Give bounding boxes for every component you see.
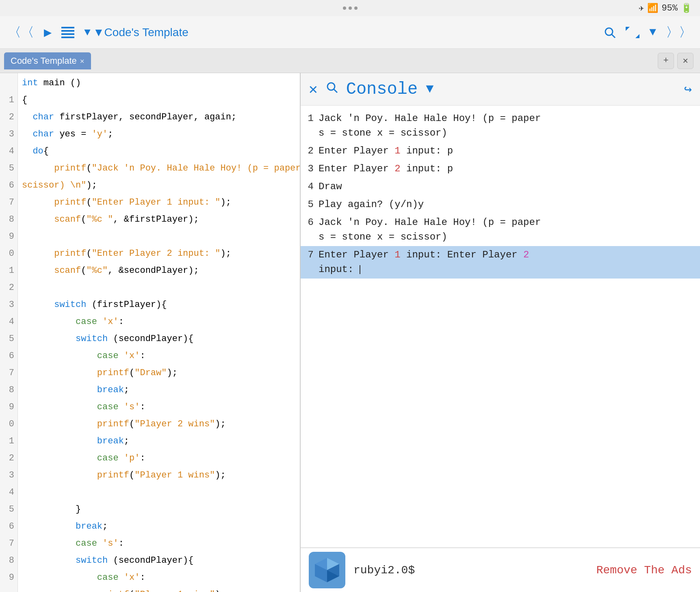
play-button[interactable]: ▶ (44, 24, 52, 41)
line-num: 9 (0, 399, 14, 416)
line-numbers: 1 2 3 4 5 6 7 8 9 0 1 2 3 4 5 6 7 8 9 0 (0, 73, 18, 592)
template-dropdown-icon: ▼ (84, 26, 91, 39)
tab-codes-template[interactable]: Code's Template ✕ (4, 52, 91, 69)
line-num: 5 (0, 160, 14, 177)
console-row-5: 5 Play again? (y/n)y (301, 196, 700, 214)
code-panel: 1 2 3 4 5 6 7 8 9 0 1 2 3 4 5 6 7 8 9 0 (0, 73, 301, 592)
tab-close-button[interactable]: ✕ (80, 56, 85, 65)
line-num: 2 (0, 279, 14, 296)
line-num: 8 (0, 211, 14, 228)
console-row-text-1: Jack 'n Poy. Hale Hale Hoy! (p = papers … (319, 111, 700, 140)
wifi-icon: 📶 (647, 3, 658, 14)
console-toolbar: ✕ Console ▼ ↪ (301, 73, 700, 106)
dot-3 (354, 6, 358, 10)
back-button[interactable]: 〈〈 (8, 24, 34, 41)
console-row-6: 6 Jack 'n Poy. Hale Hale Hoy! (p = paper… (301, 214, 700, 246)
ruby-version-text: rubyi2.0$ (353, 564, 415, 577)
line-num: 6 (0, 518, 14, 535)
line-num: 2 (0, 109, 14, 126)
console-row-text-7: Enter Player 1 input: Enter Player 2inpu… (319, 248, 700, 277)
console-panel: ✕ Console ▼ ↪ 1 Jack 'n Poy. Hale Hale H… (301, 73, 700, 592)
line-num: 4 (0, 143, 14, 160)
line-num: 5 (0, 501, 14, 518)
dot-2 (349, 6, 352, 10)
tab-label: Code's Template (11, 56, 77, 66)
svg-rect-2 (61, 33, 74, 35)
battery-icon: 🔋 (681, 3, 692, 14)
line-num: 7 (0, 535, 14, 552)
add-tab-button[interactable]: + (658, 53, 674, 69)
console-row-1: 1 Jack 'n Poy. Hale Hale Hoy! (p = paper… (301, 110, 700, 142)
svg-line-5 (612, 35, 615, 38)
line-num: 9 (0, 228, 14, 245)
template-label: ▼Code's Template (93, 26, 189, 39)
text-cursor (360, 265, 360, 274)
highlight-3: 1 (394, 249, 400, 260)
line-num: 4 (0, 484, 14, 501)
remove-ads-button[interactable]: Remove The Ads (596, 564, 692, 577)
svg-rect-0 (61, 27, 74, 28)
tab-bar: Code's Template ✕ + ✕ (0, 49, 700, 73)
svg-point-4 (605, 28, 613, 35)
line-num: 3 (0, 126, 14, 143)
console-row-text-4: Draw (319, 179, 700, 194)
line-num: 3 (0, 467, 14, 484)
console-row-text-6: Jack 'n Poy. Hale Hale Hoy! (p = papers … (319, 215, 700, 244)
main-layout: 1 2 3 4 5 6 7 8 9 0 1 2 3 4 5 6 7 8 9 0 (0, 73, 700, 592)
dot-1 (343, 6, 346, 10)
svg-rect-1 (61, 30, 74, 32)
expand-button[interactable] (626, 27, 639, 38)
console-row-3: 3 Enter Player 2 input: p (301, 160, 700, 178)
console-row-num-4: 4 (301, 179, 319, 194)
line-num (0, 75, 14, 92)
highlight-4: 2 (523, 249, 529, 260)
console-row-num-6: 6 (301, 215, 319, 230)
console-row-4: 4 Draw (301, 178, 700, 196)
console-output: 1 Jack 'n Poy. Hale Hale Hoy! (p = paper… (301, 106, 700, 592)
template-button[interactable]: ▼ ▼Code's Template (84, 26, 189, 39)
line-num: 0 (0, 245, 14, 262)
close-tab-button[interactable]: ✕ (677, 53, 693, 69)
line-num: 5 (0, 331, 14, 348)
dropdown-button[interactable]: ▼ (649, 26, 656, 39)
console-row-num-3: 3 (301, 162, 319, 176)
console-row-2: 2 Enter Player 1 input: p (301, 142, 700, 160)
svg-point-8 (327, 83, 335, 90)
console-row-text-3: Enter Player 2 input: p (319, 162, 700, 176)
tab-bar-actions: + ✕ (658, 53, 693, 69)
ruby-logo-icon (313, 556, 341, 584)
console-dropdown-button[interactable]: ▼ (426, 82, 433, 97)
search-button[interactable] (604, 26, 616, 39)
console-row-num-7: 7 (301, 248, 319, 262)
console-row-7: 7 Enter Player 1 input: Enter Player 2in… (301, 246, 700, 279)
ruby-logo (309, 552, 345, 588)
console-search-button[interactable] (326, 81, 338, 97)
line-num: 8 (0, 552, 14, 569)
console-title: Console (346, 80, 418, 99)
list-button[interactable] (61, 27, 74, 38)
console-close-button[interactable]: ✕ (309, 80, 318, 98)
code-editor[interactable]: int main () { char firstPlayer, secondPl… (18, 73, 300, 592)
status-bar: ✈ 📶 95% 🔋 (0, 0, 700, 16)
svg-marker-6 (626, 27, 630, 31)
line-num: 0 (0, 416, 14, 433)
status-dots (343, 6, 358, 10)
svg-line-9 (334, 89, 337, 93)
bottom-bar: rubyi2.0$ Remove The Ads (301, 547, 700, 592)
console-row-num-5: 5 (301, 197, 319, 212)
line-num: 1 (0, 262, 14, 279)
code-content: 1 2 3 4 5 6 7 8 9 0 1 2 3 4 5 6 7 8 9 0 (0, 73, 300, 592)
console-export-button[interactable]: ↪ (684, 81, 692, 97)
battery-percent: 95% (661, 3, 678, 13)
forward-button[interactable]: 〉〉 (666, 24, 692, 41)
line-num: 6 (0, 348, 14, 365)
toolbar: 〈〈 ▶ ▼ ▼Code's Template ▼ 〉〉 (0, 16, 700, 49)
toolbar-right: ▼ 〉〉 (604, 24, 692, 41)
line-num: 2 (0, 450, 14, 467)
console-row-text-5: Play again? (y/n)y (319, 197, 700, 212)
highlight-2: 2 (394, 163, 400, 174)
line-num: 1 (0, 433, 14, 450)
console-row-text-2: Enter Player 1 input: p (319, 144, 700, 158)
console-row-num-2: 2 (301, 144, 319, 158)
line-num: 9 (0, 569, 14, 586)
